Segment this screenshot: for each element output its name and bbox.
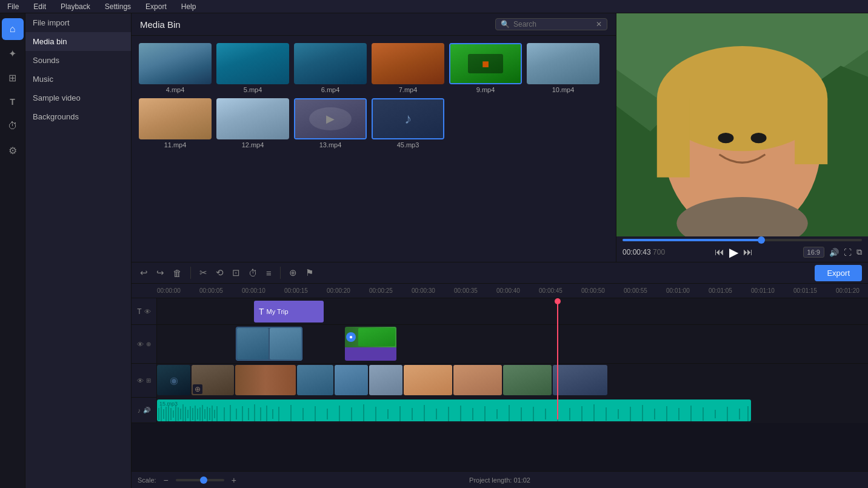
thumb-10mp4 [527, 43, 599, 84]
volume-icon[interactable]: 🔊 [829, 248, 839, 257]
ruler-mark-10: 00:00:50 [581, 287, 605, 294]
video-clip-4[interactable] [297, 365, 333, 395]
main-track-icon: ⊞ [146, 377, 151, 384]
video-clip-8[interactable] [453, 365, 502, 395]
audio-track-controls: ♪ 🔊 [132, 398, 157, 423]
menu-help[interactable]: Help [179, 1, 199, 12]
nav-media-bin[interactable]: Media bin [25, 32, 131, 51]
export-btn[interactable]: Export [815, 265, 862, 281]
media-item-7mp4[interactable]: 7.mp4 [372, 43, 444, 93]
nav-sounds[interactable]: Sounds [25, 51, 131, 70]
scale-knob[interactable] [200, 476, 207, 484]
svg-rect-22 [187, 410, 189, 418]
media-item-5mp4[interactable]: 5.mp4 [216, 43, 289, 93]
ruler-mark-14: 00:01:10 [751, 287, 775, 294]
ruler-mark-11: 00:00:55 [624, 287, 647, 294]
svg-rect-62 [496, 409, 498, 419]
progress-knob[interactable] [758, 236, 765, 244]
popout-icon[interactable]: ⧉ [856, 247, 862, 257]
nav-music[interactable]: Music [25, 70, 131, 89]
delete-btn[interactable]: 🗑 [170, 267, 184, 279]
redo-btn[interactable]: ↪ [154, 266, 167, 279]
aspect-ratio-btn[interactable]: 16:9 [803, 247, 824, 258]
undo-btn[interactable]: ↩ [138, 266, 150, 279]
audio-clip[interactable]: 15.mp3 [157, 399, 751, 421]
fullscreen-icon[interactable]: ⛶ [844, 248, 852, 257]
speed-btn[interactable]: ⏱ [246, 267, 260, 279]
ruler-mark-4: 00:00:20 [327, 287, 350, 294]
svg-rect-61 [484, 406, 486, 421]
play-btn[interactable]: ▶ [729, 245, 738, 259]
video-clip-7[interactable] [404, 365, 452, 395]
progress-fill [623, 239, 761, 241]
media-item-10mp4[interactable]: 10.mp4 [527, 43, 599, 93]
video-clip-5[interactable] [335, 365, 368, 395]
nav-sample-video[interactable]: Sample video [25, 89, 131, 107]
next-frame-btn[interactable]: ⏭ [743, 247, 753, 258]
audio-mute-icon[interactable]: 🔊 [143, 407, 150, 413]
svg-rect-74 [642, 405, 643, 421]
menu-file[interactable]: File [5, 1, 21, 12]
scale-slider[interactable] [176, 479, 224, 481]
trim-btn[interactable]: ⊡ [230, 266, 242, 279]
scale-minus-btn[interactable]: − [161, 474, 171, 486]
scale-plus-btn[interactable]: + [229, 474, 239, 486]
menu-playback[interactable]: Playback [58, 1, 93, 12]
title-clip[interactable]: T My Trip [254, 301, 324, 323]
media-item-9mp4[interactable]: ■ 9.mp4 [449, 43, 522, 93]
svg-rect-33 [214, 410, 215, 418]
audio-btn[interactable]: ≡ [264, 267, 274, 279]
media-item-11mp4[interactable]: 11.mp4 [139, 98, 212, 149]
toolbar-separator-2 [280, 267, 281, 279]
search-input[interactable] [513, 20, 592, 28]
search-clear-icon[interactable]: ✕ [596, 20, 602, 28]
search-bar[interactable]: 🔍 ✕ [495, 18, 607, 30]
label-7mp4: 7.mp4 [399, 86, 418, 93]
preview-controls: 00:00:43 700 ⏮ ▶ ⏭ 16:9 🔊 ⛶ ⧉ [616, 236, 868, 262]
cut-btn[interactable]: ✂ [197, 266, 210, 279]
sidebar-overlay-btn[interactable]: ⊞ [2, 67, 24, 89]
media-item-45mp3[interactable]: ♪ 45.mp3 [372, 98, 444, 149]
video-clip-10[interactable] [553, 365, 607, 395]
media-item-4mp4[interactable]: 4.mp4 [139, 43, 212, 93]
flag-btn[interactable]: ⚑ [303, 266, 316, 279]
video-clip-2[interactable]: ⊕ [192, 365, 234, 395]
svg-rect-53 [387, 409, 389, 419]
svg-rect-68 [569, 408, 570, 420]
main-visibility-icon[interactable]: 👁 [137, 377, 144, 384]
overlay-btn[interactable]: ⊕ [287, 266, 299, 279]
preview-image [616, 13, 868, 236]
progress-bar[interactable] [623, 239, 862, 241]
media-item-13mp4[interactable]: ▶ 13.mp4 [294, 98, 367, 149]
overlay-clip-1[interactable] [236, 327, 302, 361]
rotate-btn[interactable]: ⟲ [213, 266, 226, 279]
sidebar-history-btn[interactable]: ⏱ [2, 115, 24, 137]
menu-settings[interactable]: Settings [102, 1, 133, 12]
eye-icon[interactable]: 👁 [144, 308, 151, 315]
sidebar-effects-btn[interactable]: ✦ [2, 42, 24, 64]
media-item-6mp4[interactable]: 6.mp4 [294, 43, 367, 93]
content-area: Media Bin 🔍 ✕ 4.mp4 [132, 13, 868, 488]
icon-sidebar: ⌂ ✦ ⊞ T ⏱ ⚙ [0, 13, 25, 488]
video-clip-3[interactable] [235, 365, 296, 395]
top-area: Media Bin 🔍 ✕ 4.mp4 [132, 13, 868, 262]
visibility-icon[interactable]: 👁 [137, 341, 144, 348]
sidebar-tools-btn[interactable]: ⚙ [2, 139, 24, 161]
video-clip-6[interactable] [369, 365, 402, 395]
nav-backgrounds[interactable]: Backgrounds [25, 107, 131, 126]
svg-rect-17 [175, 406, 176, 421]
label-10mp4: 10.mp4 [552, 86, 575, 93]
video-clip-1[interactable]: ◉ [157, 365, 190, 395]
svg-rect-64 [521, 407, 522, 421]
video-clip-9[interactable] [503, 365, 552, 395]
overlay-clip-2[interactable]: ● [345, 327, 396, 361]
media-item-12mp4[interactable]: 12.mp4 [216, 98, 289, 149]
right-controls: 16:9 🔊 ⛶ ⧉ [803, 247, 862, 258]
menu-edit[interactable]: Edit [31, 1, 48, 12]
svg-rect-29 [204, 409, 205, 419]
sidebar-home-btn[interactable]: ⌂ [2, 18, 24, 40]
prev-frame-btn[interactable]: ⏮ [715, 247, 724, 258]
menu-export[interactable]: Export [143, 1, 169, 12]
nav-file-import[interactable]: File import [25, 13, 131, 32]
sidebar-text-btn[interactable]: T [2, 91, 24, 113]
